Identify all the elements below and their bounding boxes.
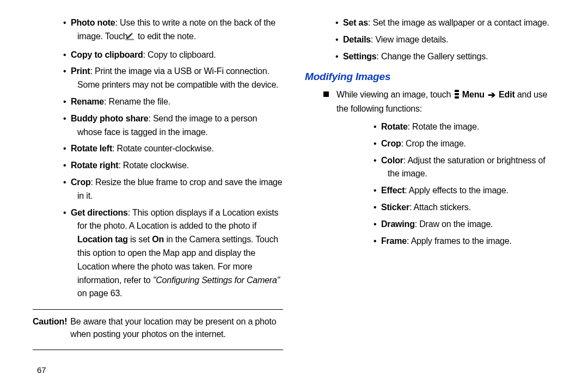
list-item: Set as: Set the image as wallpaper or a … (343, 16, 555, 30)
desc: : Rotate clockwise. (118, 161, 189, 170)
term: Buddy photo share (71, 114, 148, 123)
menu-label: Menu (462, 90, 485, 99)
right-column: Set as: Set the image as wallpaper or a … (305, 16, 555, 381)
desc: : Attach stickers. (409, 203, 471, 212)
list-item: Rename: Rename the file. (71, 95, 283, 109)
desc: on page 63. (77, 289, 122, 298)
desc: : Crop the image. (401, 139, 466, 148)
pencil-edit-icon (132, 32, 134, 45)
term: Frame (381, 236, 407, 246)
list-item: Rotate left: Rotate counter-clockwise. (71, 142, 283, 156)
inline-bold: Location tag (77, 235, 128, 244)
right-top-list: Set as: Set the image as wallpaper or a … (305, 16, 555, 63)
desc: : Apply frames to the image. (407, 236, 512, 246)
term: Print (71, 66, 90, 76)
svg-rect-0 (125, 39, 134, 40)
term: Copy to clipboard (71, 50, 143, 59)
term: Rename (71, 97, 104, 106)
caution-body: Be aware that your location may be prese… (70, 315, 283, 340)
caution-label: Caution! (33, 315, 67, 340)
desc: : Adjust the saturation or brightness of… (388, 156, 545, 179)
term: Photo note (71, 18, 115, 27)
list-item: Photo note: Use this to write a note on … (71, 16, 283, 45)
square-bullet-icon (323, 91, 329, 97)
divider (33, 309, 283, 310)
list-item: Get directions: This option displays if … (71, 206, 283, 301)
list-item: Print: Print the image via a USB or Wi-F… (71, 65, 283, 92)
desc: : Draw on the image. (415, 219, 493, 229)
desc: : Rotate the image. (408, 122, 479, 131)
desc: : Resize the blue frame to crop and save… (77, 177, 283, 200)
desc: is set (128, 235, 152, 244)
list-item: Frame: Apply frames to the image. (381, 235, 555, 248)
caution-block: Caution! Be aware that your location may… (33, 315, 283, 340)
left-bullet-list: Photo note: Use this to write a note on … (33, 16, 283, 301)
list-item: Crop: Resize the blue frame to crop and … (71, 176, 283, 203)
list-item: Sticker: Attach stickers. (381, 201, 555, 215)
term: Drawing (381, 219, 415, 229)
right-sub-list: Rotate: Rotate the image. Crop: Crop the… (343, 120, 555, 248)
term: Set as (343, 18, 368, 27)
term: Settings (343, 52, 377, 61)
list-item: Copy to clipboard: Copy to clipboard. (71, 48, 283, 62)
manual-page: Photo note: Use this to write a note on … (0, 0, 588, 392)
instruction-row: While viewing an image, touch Menu ➔ Edi… (323, 88, 555, 116)
arrow-icon: ➔ (488, 90, 495, 100)
left-column: Photo note: Use this to write a note on … (33, 16, 283, 381)
page-number: 67 (37, 365, 46, 375)
instruction-text: While viewing an image, touch Menu ➔ Edi… (336, 88, 555, 116)
list-item: Rotate: Rotate the image. (381, 120, 555, 134)
desc: : Set the image as wallpaper or a contac… (368, 18, 549, 27)
section-heading: Modifying Images (305, 69, 555, 84)
list-item: Color: Adjust the saturation or brightne… (381, 154, 555, 181)
divider (33, 350, 283, 350)
list-item: Crop: Crop the image. (381, 137, 555, 151)
desc: to edit the note. (136, 32, 196, 41)
list-item: Settings: Change the Gallery settings. (343, 50, 555, 64)
term: Effect (381, 186, 405, 195)
list-item: Rotate right: Rotate clockwise. (71, 159, 283, 173)
desc: : View image details. (371, 35, 448, 44)
term: Crop (381, 139, 401, 148)
desc: : Apply effects to the image. (405, 186, 508, 195)
term: Details (343, 35, 371, 44)
list-item: Buddy photo share: Send the image to a p… (71, 112, 283, 139)
term: Sticker (381, 203, 409, 212)
menu-icon (455, 90, 459, 99)
term: Get directions (71, 208, 128, 217)
term: Rotate (381, 122, 408, 131)
edit-label: Edit (499, 90, 514, 99)
term: Rotate right (71, 161, 118, 170)
list-item: Effect: Apply effects to the image. (381, 184, 555, 198)
term: Rotate left (71, 144, 112, 153)
text: While viewing an image, touch (336, 90, 454, 99)
list-item: Drawing: Draw on the image. (381, 218, 555, 231)
term: Crop (71, 177, 91, 187)
desc: : Rename the file. (104, 97, 170, 106)
desc: : Print the image via a USB or Wi-Fi con… (77, 66, 278, 89)
desc: : Rotate counter-clockwise. (112, 144, 214, 153)
inline-bold: On (152, 235, 164, 244)
desc: : Copy to clipboard. (143, 50, 216, 59)
list-item: Details: View image details. (343, 33, 555, 47)
term: Color (381, 156, 403, 165)
desc: : Change the Gallery settings. (377, 52, 488, 61)
reference: "Configuring Settings for Camera" (153, 275, 280, 285)
